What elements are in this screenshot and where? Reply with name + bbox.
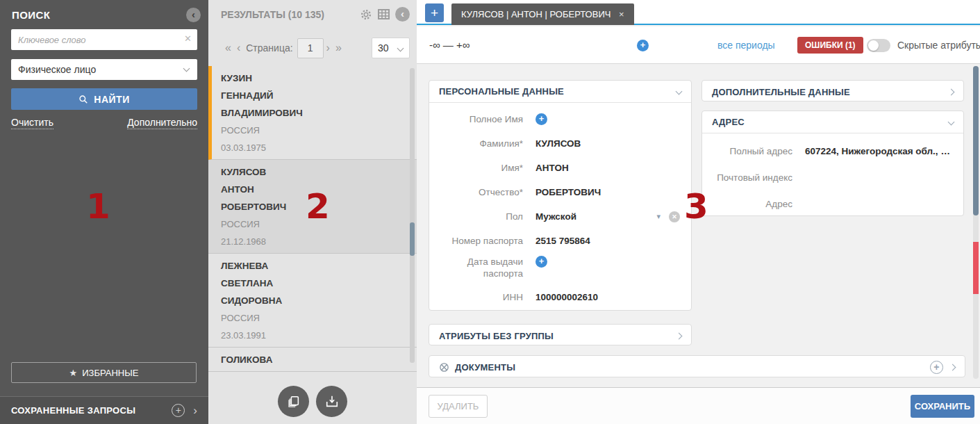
chevron-right-icon[interactable]: ›	[193, 405, 197, 416]
annotation-number-1: 1	[86, 189, 110, 224]
field-label: Почтовый индекс	[702, 172, 792, 184]
add-value-icon[interactable]: +	[535, 113, 547, 125]
record-tab[interactable]: КУЛЯСОВ | АНТОН | РОБЕРТОВИЧ ×	[451, 3, 634, 25]
gender-select-value[interactable]: Мужской	[535, 211, 576, 222]
collapse-results-panel-button[interactable]: ‹	[395, 7, 410, 22]
list-item[interactable]: КУЗИН ГЕННАДИЙ ВЛАДИМИРОВИЧ РОССИЯ 03.03…	[208, 66, 417, 160]
ungrouped-attributes-header[interactable]: АТРИБУТЫ БЕЗ ГРУППЫ	[429, 325, 691, 347]
record-scrollbar[interactable]	[973, 66, 979, 379]
personal-data-header[interactable]: ПЕРСОНАЛЬНЫЕ ДАННЫЕ	[429, 81, 691, 103]
favorites-button-label: ИЗБРАННЫЕ	[82, 368, 138, 378]
field-label: Адрес	[702, 198, 792, 210]
errors-badge[interactable]: ОШИБКИ (1)	[797, 37, 863, 54]
table-view-icon[interactable]	[378, 9, 390, 19]
field-value[interactable]: 607224, Нижегородская обл., Ар…	[805, 146, 952, 156]
record-scrollbar-thumb[interactable]	[973, 66, 979, 215]
documents-title: ДОКУМЕНТЫ	[455, 362, 515, 373]
field-value[interactable]: РОБЕРТОВИЧ	[535, 187, 601, 197]
clear-search-link[interactable]: Очистить	[11, 117, 53, 129]
field-row-gender: Пол Мужской ▾ ✕	[429, 204, 691, 229]
tab-bar: + КУЛЯСОВ | АНТОН | РОБЕРТОВИЧ ×	[417, 0, 980, 25]
export-results-button[interactable]	[316, 386, 347, 417]
pagination-bar: « ‹ Страница: › » 30	[208, 35, 417, 61]
address-fields: Полный адрес 607224, Нижегородская обл.,…	[702, 133, 963, 217]
timeline-bar: -∞ — +∞ + все периоды ОШИБКИ (1) Скрытые…	[417, 26, 980, 64]
result-birthdate: 21.12.1968	[221, 233, 404, 250]
results-scrollbar-thumb[interactable]	[410, 222, 415, 256]
field-label: ИНН	[429, 291, 523, 303]
field-value[interactable]: АНТОН	[535, 163, 569, 173]
list-item[interactable]: ЛЕЖНЕВА СВЕТЛАНА СИДОРОВНА РОССИЯ 23.03.…	[208, 254, 417, 348]
field-row-postal-code: Почтовый индекс	[702, 164, 963, 190]
field-value[interactable]: КУЛЯСОВ	[535, 138, 581, 149]
clear-keyword-icon[interactable]: ✕	[184, 33, 192, 44]
annotation-number-2: 2	[306, 189, 330, 224]
annotation-number-3: 3	[684, 189, 708, 224]
keyword-input[interactable]	[11, 29, 197, 50]
address-title: АДРЕС	[712, 117, 745, 127]
add-period-icon[interactable]: +	[637, 40, 649, 51]
page-size-select[interactable]: 30	[372, 38, 410, 58]
field-row-patronymic: Отчество* РОБЕРТОВИЧ	[429, 180, 691, 204]
saved-queries-bar[interactable]: СОХРАНЕННЫЕ ЗАПРОСЫ + ›	[0, 396, 208, 424]
result-firstname: СВЕТЛАНА	[221, 275, 404, 292]
chevron-right-icon	[948, 88, 955, 95]
documents-header[interactable]: ДОКУМЕНТЫ +	[429, 356, 965, 378]
field-row-passport-number: Номер паспорта 2515 795864	[429, 229, 691, 253]
prev-page-button[interactable]: ‹	[234, 42, 243, 54]
additional-data-header[interactable]: ДОПОЛНИТЕЛЬНЫЕ ДАННЫЕ	[702, 81, 963, 103]
search-panel-title: ПОИСК	[12, 9, 50, 21]
field-label: Отчество*	[429, 186, 523, 198]
copy-records-button[interactable]	[278, 386, 309, 417]
hidden-attributes-toggle[interactable]	[867, 39, 890, 52]
result-patronymic: СИДОРОВНА	[221, 292, 404, 309]
field-label: Полное Имя	[429, 113, 523, 125]
field-label: Дата выдачи паспорта	[429, 256, 523, 279]
clear-value-icon[interactable]: ✕	[669, 211, 680, 222]
page-number-input[interactable]	[297, 38, 324, 58]
address-header[interactable]: АДРЕС	[702, 111, 963, 133]
first-page-button[interactable]: «	[222, 42, 234, 54]
field-row-fullname: Полное Имя +	[429, 107, 691, 131]
field-value[interactable]: 100000002610	[535, 292, 598, 302]
personal-fields: Полное Имя + Фамилия* КУЛЯСОВ Имя* АНТОН…	[429, 103, 691, 309]
field-value[interactable]: 2515 795864	[535, 236, 590, 246]
field-row-passport-date: Дата выдачи паспорта +	[429, 253, 691, 285]
close-tab-icon[interactable]: ×	[619, 9, 624, 19]
collapse-search-panel-button[interactable]: ‹	[186, 8, 201, 22]
record-tab-label: КУЛЯСОВ | АНТОН | РОБЕРТОВИЧ	[461, 9, 611, 19]
additional-data-title: ДОПОЛНИТЕЛЬНЫЕ ДАННЫЕ	[712, 87, 850, 97]
next-page-button[interactable]: ›	[324, 42, 333, 54]
documents-stack-icon	[287, 395, 301, 409]
find-button[interactable]: НАЙТИ	[11, 88, 197, 110]
list-item[interactable]: ГОЛИКОВА	[208, 348, 417, 372]
new-record-tab-button[interactable]: +	[425, 3, 444, 22]
all-periods-link[interactable]: все периоды	[717, 26, 775, 64]
saved-queries-title: СОХРАНЕННЫЕ ЗАПРОСЫ	[11, 405, 172, 416]
results-actions	[208, 379, 417, 424]
entity-type-value: Физическое лицо	[18, 64, 96, 75]
add-value-icon[interactable]: +	[535, 256, 547, 268]
toggle-knob	[868, 40, 879, 51]
save-button[interactable]: СОХРАНИТЬ	[911, 395, 974, 418]
dropdown-caret-icon[interactable]: ▾	[656, 212, 661, 221]
result-surname: КУЗИН	[221, 70, 404, 87]
field-label: Пол	[429, 211, 523, 222]
chevron-right-icon	[949, 364, 956, 370]
settings-gear-icon[interactable]	[360, 8, 372, 21]
add-document-icon[interactable]: +	[930, 361, 943, 374]
favorites-button[interactable]: ★ ИЗБРАННЫЕ	[11, 362, 197, 383]
chevron-down-icon	[183, 65, 190, 72]
advanced-search-link[interactable]: Дополнительно	[127, 117, 197, 129]
delete-button[interactable]: УДАЛИТЬ	[429, 395, 488, 418]
additional-data-card: ДОПОЛНИТЕЛЬНЫЕ ДАННЫЕ	[701, 80, 964, 101]
add-saved-query-icon[interactable]: +	[172, 404, 185, 417]
record-footer: УДАЛИТЬ СОХРАНИТЬ	[417, 387, 980, 424]
results-scrollbar[interactable]	[410, 68, 415, 363]
last-page-button[interactable]: »	[333, 42, 344, 54]
result-country: РОССИЯ	[221, 309, 404, 327]
personal-data-card: ПЕРСОНАЛЬНЫЕ ДАННЫЕ Полное Имя + Фамилия…	[429, 80, 692, 311]
entity-type-select[interactable]: Физическое лицо	[11, 59, 197, 80]
personal-data-title: ПЕРСОНАЛЬНЫЕ ДАННЫЕ	[439, 86, 564, 97]
star-icon: ★	[69, 368, 78, 378]
